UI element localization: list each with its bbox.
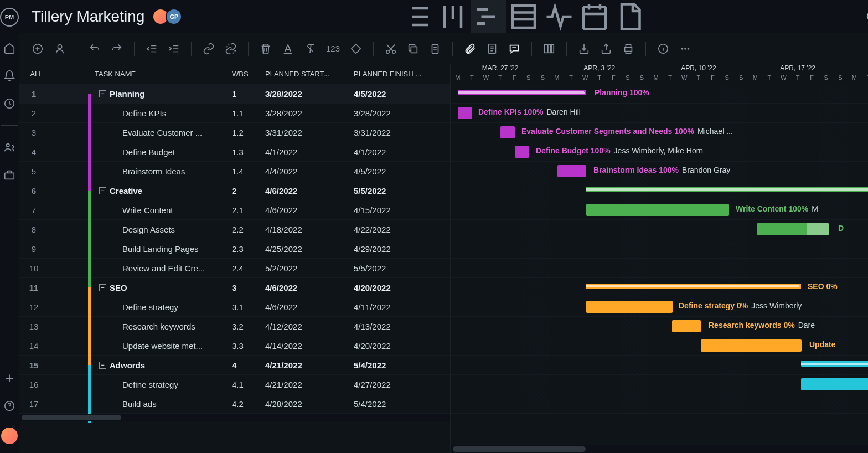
bell-icon[interactable] xyxy=(3,70,16,82)
collapse-icon[interactable]: − xyxy=(99,90,106,97)
board-view-tab[interactable] xyxy=(435,0,471,33)
table-row[interactable]: 15−Adwords44/21/20225/4/2022 xyxy=(19,356,450,375)
col-start[interactable]: PLANNED START... xyxy=(265,70,354,78)
gantt-row[interactable]: Define strategy 0%Jess Wimberly xyxy=(451,297,868,317)
add-task-icon[interactable] xyxy=(32,43,44,55)
briefcase-icon[interactable] xyxy=(3,169,16,181)
attachment-icon[interactable] xyxy=(464,43,476,55)
col-taskname[interactable]: TASK NAME xyxy=(89,70,232,78)
import-icon[interactable] xyxy=(578,43,590,55)
gantt-row[interactable] xyxy=(451,356,868,375)
indent-icon[interactable] xyxy=(168,43,180,55)
undo-icon[interactable] xyxy=(89,43,101,55)
table-row[interactable]: 4Define Budget1.34/1/20224/1/2022 xyxy=(19,142,450,162)
table-row[interactable]: 12Define strategy3.14/6/20224/11/2022 xyxy=(19,297,450,317)
table-row[interactable]: 8Design Assets2.24/18/20224/22/2022 xyxy=(19,220,450,239)
gantt-summary-bar[interactable] xyxy=(801,361,868,367)
delete-icon[interactable] xyxy=(260,43,272,55)
print-icon[interactable] xyxy=(622,43,634,55)
table-row[interactable]: 11−SEO34/6/20224/20/2022 xyxy=(19,278,450,297)
paste-icon[interactable] xyxy=(429,43,441,55)
gantt-row[interactable]: Evaluate Customer Segments and Needs 100… xyxy=(451,123,868,142)
member-avatar[interactable]: GP xyxy=(166,8,182,25)
gantt-row[interactable]: Define KPIs 100%Daren Hill xyxy=(451,104,868,123)
more-icon[interactable] xyxy=(679,43,691,55)
gantt-scrollbar[interactable] xyxy=(451,445,868,453)
gantt-summary-bar[interactable] xyxy=(586,284,801,289)
gantt-row[interactable]: D xyxy=(451,220,868,239)
gantt-task-bar[interactable] xyxy=(801,378,868,390)
table-scrollbar[interactable] xyxy=(19,414,450,421)
gantt-task-bar[interactable] xyxy=(557,165,586,177)
table-row[interactable]: 10Review and Edit Cre...2.45/2/20225/5/2… xyxy=(19,259,450,278)
calendar-view-tab[interactable] xyxy=(577,0,612,33)
gantt-task-bar[interactable] xyxy=(586,301,673,313)
gantt-row[interactable] xyxy=(451,259,868,278)
table-row[interactable]: 14Update website met...3.34/14/20224/20/… xyxy=(19,336,450,356)
gantt-row[interactable] xyxy=(451,375,868,394)
milestone-icon[interactable] xyxy=(350,43,362,55)
table-row[interactable]: 13Research keywords3.24/12/20224/13/2022 xyxy=(19,317,450,336)
columns-icon[interactable] xyxy=(543,43,555,55)
help-icon[interactable] xyxy=(3,400,16,412)
table-row[interactable]: 5Brainstorm Ideas1.44/4/20224/5/2022 xyxy=(19,162,450,181)
gantt-row[interactable] xyxy=(451,181,868,200)
table-row[interactable]: 2Define KPIs1.13/28/20223/28/2022 xyxy=(19,104,450,123)
clear-format-icon[interactable] xyxy=(304,43,316,55)
info-icon[interactable] xyxy=(657,43,669,55)
project-members[interactable]: GP xyxy=(152,8,182,25)
clock-icon[interactable] xyxy=(3,97,16,110)
user-avatar[interactable] xyxy=(1,428,18,444)
app-logo[interactable]: PM xyxy=(0,8,19,27)
text-format-icon[interactable] xyxy=(282,43,294,55)
gantt-task-bar[interactable] xyxy=(757,223,829,235)
unlink-icon[interactable] xyxy=(225,43,237,55)
table-row[interactable]: 1−Planning13/28/20224/5/2022 xyxy=(19,84,450,104)
home-icon[interactable] xyxy=(3,42,16,54)
collapse-icon[interactable]: − xyxy=(99,187,106,194)
col-finish[interactable]: PLANNED FINISH ... xyxy=(354,70,450,78)
gantt-task-bar[interactable] xyxy=(458,107,472,119)
gantt-row[interactable]: Define Budget 100%Jess Wimberly, Mike Ho… xyxy=(451,142,868,162)
gantt-task-bar[interactable] xyxy=(500,126,515,138)
table-row[interactable]: 9Build Landing Pages2.34/25/20224/29/202… xyxy=(19,239,450,259)
gantt-summary-bar[interactable] xyxy=(586,187,868,192)
gantt-task-bar[interactable] xyxy=(672,320,701,332)
col-wbs[interactable]: WBS xyxy=(232,70,265,78)
export-icon[interactable] xyxy=(600,43,612,55)
gantt-row[interactable]: Update xyxy=(451,336,868,356)
gantt-task-bar[interactable] xyxy=(701,339,802,352)
collapse-icon[interactable]: − xyxy=(99,362,106,369)
gantt-row[interactable]: Research keywords 0%Dare xyxy=(451,317,868,336)
table-row[interactable]: 17Build ads4.24/28/20225/4/2022 xyxy=(19,394,450,414)
gantt-row[interactable]: SEO 0% xyxy=(451,278,868,297)
collapse-icon[interactable]: − xyxy=(99,284,106,291)
gantt-row[interactable]: Planning 100% xyxy=(451,84,868,104)
outdent-icon[interactable] xyxy=(146,43,158,55)
assign-icon[interactable] xyxy=(54,43,66,55)
gantt-row[interactable]: Write Content 100%M xyxy=(451,200,868,220)
cut-icon[interactable] xyxy=(385,43,397,55)
activity-view-tab[interactable] xyxy=(541,0,577,33)
list-view-tab[interactable] xyxy=(400,0,435,33)
table-row[interactable]: 6−Creative24/6/20225/5/2022 xyxy=(19,181,450,200)
link-icon[interactable] xyxy=(203,43,215,55)
table-row[interactable]: 3Evaluate Customer ...1.23/31/20223/31/2… xyxy=(19,123,450,142)
comment-icon[interactable] xyxy=(508,43,520,55)
gantt-view-tab[interactable] xyxy=(471,0,506,33)
gantt-task-bar[interactable] xyxy=(586,204,729,216)
gantt-task-bar[interactable] xyxy=(515,146,529,158)
redo-icon[interactable] xyxy=(111,43,123,55)
table-row[interactable]: 16Define strategy4.14/21/20224/27/2022 xyxy=(19,375,450,394)
plus-icon[interactable] xyxy=(3,372,16,384)
gantt-row[interactable] xyxy=(451,239,868,259)
col-all[interactable]: ALL xyxy=(19,70,48,78)
search-icon[interactable] xyxy=(865,11,868,23)
table-row[interactable]: 7Write Content2.14/6/20224/15/2022 xyxy=(19,200,450,220)
document-view-tab[interactable] xyxy=(612,0,648,33)
copy-icon[interactable] xyxy=(407,43,419,55)
sheet-view-tab[interactable] xyxy=(506,0,541,33)
people-icon[interactable] xyxy=(3,141,16,153)
gantt-row[interactable] xyxy=(451,394,868,414)
notes-icon[interactable] xyxy=(486,43,498,55)
